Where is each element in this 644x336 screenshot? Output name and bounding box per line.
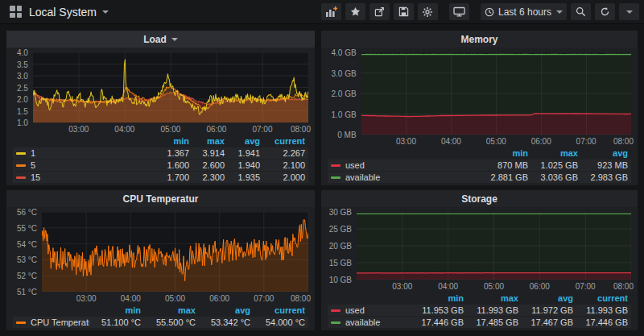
refresh-button[interactable] [595, 3, 615, 20]
x-axis-label: 04:00 [441, 137, 461, 146]
legend-series-name[interactable]: available [328, 172, 481, 182]
legend-series-name[interactable]: 15 [13, 172, 157, 182]
y-axis-label: 4.0 [17, 48, 28, 57]
legend-row: available2.881 GB3.036 GB2.983 GB [328, 172, 631, 183]
legend-column-current[interactable]: current [254, 305, 308, 315]
legend-column-max[interactable]: max [144, 305, 199, 315]
plot-area[interactable] [357, 212, 631, 280]
legend-column-avg[interactable]: avg [581, 148, 631, 158]
grafana-logo-icon[interactable] [10, 6, 22, 18]
legend-column-min[interactable]: min [89, 305, 144, 315]
panel-header-memory[interactable]: Memory [321, 31, 638, 48]
legend-value: 3.036 GB [531, 172, 581, 182]
y-axis: 30 GB25 GB20 GB15 GB10 GB [324, 212, 357, 280]
series-color-swatch [331, 321, 341, 324]
y-axis: 4.03.53.02.52.01.51.0 [10, 52, 33, 122]
panel-header-storage[interactable]: Storage [321, 190, 638, 207]
legend-value: 923 MB [581, 160, 631, 170]
legend-value: 51.100 °C [89, 317, 144, 327]
x-axis-label: 04:00 [114, 125, 134, 134]
save-icon [398, 6, 409, 17]
panel-storage: Storage 30 GB25 GB20 GB15 GB10 GB 03:000… [321, 190, 638, 330]
legend-column-max[interactable]: max [531, 148, 581, 158]
x-axis-label: 03:00 [76, 294, 97, 303]
chevron-down-icon[interactable] [102, 10, 109, 14]
legend-value: 53.342 °C [199, 317, 254, 327]
legend-row: CPU Temperatur51.100 °C55.500 °C53.342 °… [13, 317, 308, 328]
legend-series-name[interactable]: used [328, 160, 481, 170]
legend-column-avg[interactable]: avg [522, 293, 576, 303]
legend-column-avg[interactable]: avg [228, 136, 263, 146]
legend-value: 17.485 GB [467, 317, 522, 327]
y-axis-label: 55 °C [17, 223, 37, 232]
panel-header-load[interactable]: Load [6, 31, 315, 48]
x-axis-label: 05:00 [486, 137, 506, 146]
legend-value: 54.000 °C [254, 317, 308, 327]
x-axis-label: 03:00 [392, 282, 412, 291]
legend-header: minmaxavg [328, 147, 631, 159]
legend-value: 2.881 GB [481, 172, 531, 182]
legend-value: 17.446 GB [412, 317, 467, 327]
panel-memory: Memory 4.0 GB3.0 GB2.0 GB1.0 GB0 MB 03:0… [321, 31, 638, 185]
plot-area[interactable] [361, 52, 631, 135]
series-color-swatch [331, 309, 341, 312]
series-color-swatch [16, 176, 26, 179]
y-axis-label: 1.5 [17, 106, 28, 115]
legend-series-name[interactable]: 1 [13, 148, 157, 158]
legend-value: 2.983 GB [581, 172, 631, 182]
legend-column-avg[interactable]: avg [199, 305, 254, 315]
monitor-icon [453, 6, 465, 17]
chevron-down-icon [171, 38, 178, 41]
legend-column-max[interactable]: max [192, 136, 228, 146]
add-panel-button[interactable] [321, 3, 341, 20]
y-axis-label: 2.0 [17, 95, 28, 104]
x-axis-label: 07:00 [576, 282, 596, 291]
x-axis-label: 03:00 [68, 125, 89, 134]
chevron-down-icon [626, 10, 633, 14]
legend: minmaxavgused870 MB1.025 GB923 MBavailab… [321, 147, 638, 185]
time-range-label: Last 6 hours [498, 6, 551, 18]
legend-column-current[interactable]: current [263, 136, 308, 146]
share-button[interactable] [369, 3, 390, 20]
legend-column-min[interactable]: min [157, 136, 192, 146]
legend-value: 3.914 [192, 148, 228, 158]
legend-value: 2.600 [192, 160, 228, 170]
series-color-swatch [16, 321, 26, 324]
legend-value: 2.100 [263, 160, 308, 170]
legend-column-min[interactable]: min [481, 148, 531, 158]
panel-header-cpu-temperature[interactable]: CPU Temperatur [6, 190, 315, 207]
legend-series-name[interactable]: available [328, 317, 412, 327]
legend-column-min[interactable]: min [412, 293, 467, 303]
plot-area[interactable] [33, 52, 308, 122]
refresh-interval-button[interactable] [619, 3, 639, 20]
legend-value: 1.600 [157, 160, 192, 170]
legend-series-name[interactable]: CPU Temperatur [13, 317, 89, 327]
legend-column-max[interactable]: max [467, 293, 522, 303]
x-axis-label: 05:00 [160, 125, 180, 134]
legend: minmaxavgcurrentused11.953 GB11.993 GB11… [321, 292, 638, 330]
refresh-icon [600, 6, 610, 17]
legend-series-name[interactable]: 5 [13, 160, 157, 170]
legend-value: 55.500 °C [144, 317, 199, 327]
x-axis: 03:0004:0005:0006:0007:0008:00 [33, 122, 308, 135]
star-button[interactable] [345, 3, 365, 20]
y-axis-label: 15 GB [329, 259, 352, 268]
settings-button[interactable] [418, 3, 438, 20]
y-axis: 4.0 GB3.0 GB2.0 GB1.0 GB0 MB [324, 52, 361, 135]
save-button[interactable] [394, 3, 414, 20]
y-axis-label: 2.0 GB [331, 89, 356, 98]
panel-title-text: Memory [460, 34, 497, 45]
legend: minmaxavgcurrent11.3673.9141.9412.26751.… [6, 135, 315, 185]
time-range-button[interactable]: Last 6 hours [481, 3, 567, 20]
dashboard-title[interactable]: Local System [29, 6, 97, 19]
x-axis-label: 06:00 [530, 282, 550, 291]
plot-area[interactable] [42, 212, 308, 292]
legend-value: 1.940 [228, 160, 263, 170]
legend-series-name[interactable]: used [328, 305, 412, 315]
tv-mode-button[interactable] [449, 3, 469, 20]
legend-row: available17.446 GB17.485 GB17.467 GB17.4… [328, 317, 631, 328]
x-axis: 03:0004:0005:0006:0007:0008:00 [357, 280, 631, 292]
legend-column-current[interactable]: current [576, 293, 631, 303]
legend-value: 1.367 [157, 148, 192, 158]
zoom-out-button[interactable] [571, 3, 591, 20]
